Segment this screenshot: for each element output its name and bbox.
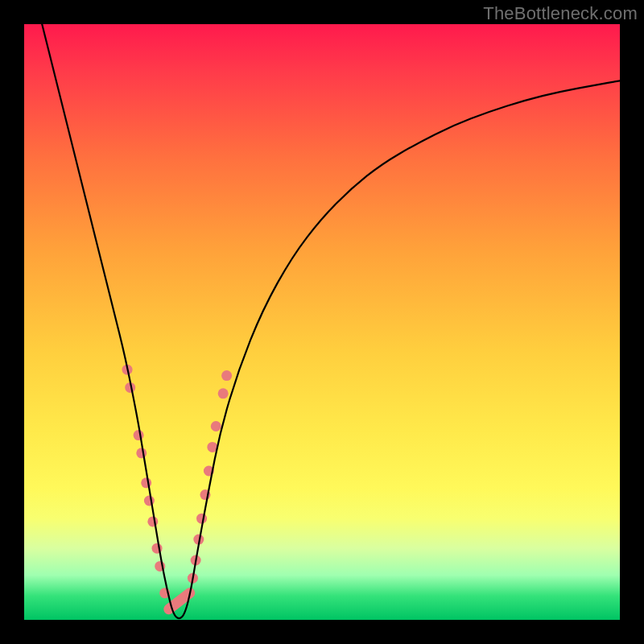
data-marker — [136, 448, 147, 458]
plot-area — [24, 24, 620, 620]
data-marker — [196, 514, 207, 524]
bottleneck-curve — [42, 24, 620, 618]
data-marker — [147, 516, 158, 526]
outer-frame: TheBottleneck.com — [0, 0, 644, 644]
data-marker — [218, 388, 229, 398]
data-marker — [211, 421, 221, 431]
data-marker — [141, 477, 151, 488]
watermark-text: TheBottleneck.com — [483, 3, 638, 24]
data-marker — [134, 430, 144, 440]
marker-layer — [122, 365, 233, 609]
chart-svg — [24, 24, 620, 620]
data-marker — [144, 496, 155, 506]
data-marker — [221, 370, 232, 381]
